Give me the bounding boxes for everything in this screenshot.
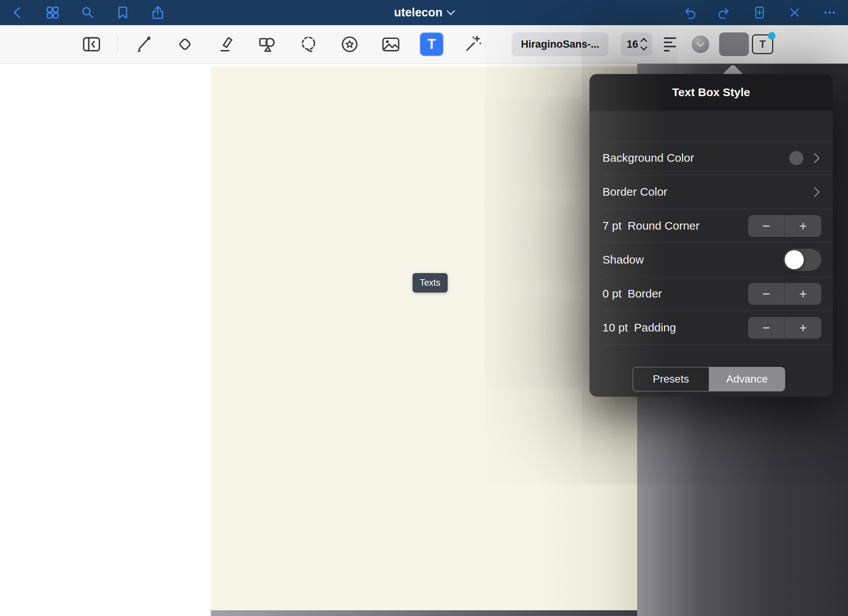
share-button[interactable]: [150, 5, 165, 20]
style-active-badge: [768, 32, 776, 40]
undo-icon: [682, 5, 697, 20]
add-page-button[interactable]: [752, 5, 767, 20]
pen-icon: [133, 33, 155, 55]
border-increase-button[interactable]: +: [785, 283, 822, 305]
text-alignment-button[interactable]: [660, 32, 683, 56]
padding-stepper: − +: [748, 317, 821, 339]
background-color-label: Background Color: [602, 151, 694, 164]
shadow-toggle[interactable]: [783, 249, 821, 271]
padding-label: Padding: [634, 321, 676, 334]
plus-icon: +: [799, 219, 807, 232]
back-button[interactable]: [10, 5, 25, 20]
round-corner-label: Round Corner: [628, 219, 699, 232]
background-color-row[interactable]: Background Color: [602, 141, 833, 175]
round-corner-decrease-button[interactable]: −: [748, 215, 785, 237]
text-style-anchor-button[interactable]: [719, 32, 749, 56]
chevron-down-icon: [446, 6, 455, 15]
border-width-value: 0 pt: [602, 287, 622, 300]
bookmark-icon: [115, 5, 130, 20]
font-name-button[interactable]: HiraginoSans-...: [512, 32, 609, 56]
photo-icon: [380, 33, 402, 55]
round-corner-increase-button[interactable]: +: [785, 215, 822, 237]
more-button[interactable]: [822, 5, 837, 20]
style-mode-segmented-control: Presets Advance: [633, 367, 785, 391]
round-corner-value: 7 pt: [602, 219, 622, 232]
top-nav-bar: utelecon: [0, 0, 848, 25]
back-chevron-icon: [10, 5, 25, 20]
close-button[interactable]: [787, 5, 802, 20]
lasso-tool-button[interactable]: [296, 32, 321, 56]
tool-group: T: [79, 25, 485, 63]
background-color-swatch: [789, 151, 803, 165]
padding-value: 10 pt: [602, 321, 628, 334]
highlighter-tool-button[interactable]: [214, 32, 238, 56]
text-box-object[interactable]: Texts: [413, 273, 448, 293]
toggle-knob: [785, 250, 804, 269]
text-tool-glyph: T: [427, 36, 436, 52]
laser-pointer-icon: [461, 33, 483, 55]
align-lines-icon: [664, 37, 676, 39]
ellipsis-icon: [822, 5, 837, 20]
toolbar-divider: [117, 35, 118, 53]
search-button[interactable]: [80, 5, 95, 20]
nav-left-group: [0, 5, 165, 20]
plus-icon: +: [799, 287, 807, 300]
minus-icon: −: [763, 287, 770, 300]
chevron-right-icon: [809, 187, 820, 197]
advance-segment[interactable]: Advance: [709, 367, 785, 391]
eraser-tool-button[interactable]: [173, 32, 197, 56]
sticker-star-icon: [339, 33, 361, 55]
photo-tool-button[interactable]: [379, 32, 403, 56]
padding-decrease-button[interactable]: −: [748, 317, 785, 339]
popover-footer: Presets Advance: [633, 367, 785, 391]
border-width-row: 0 pt Border − +: [602, 277, 833, 310]
nav-right-group: [682, 5, 848, 20]
redo-button[interactable]: [717, 5, 732, 20]
add-page-icon: [752, 5, 767, 20]
padding-increase-button[interactable]: +: [785, 317, 822, 339]
lasso-icon: [297, 33, 320, 55]
close-icon: [787, 5, 802, 20]
page-view-button[interactable]: [79, 32, 104, 56]
border-color-row[interactable]: Border Color: [602, 175, 833, 209]
pen-tool-button[interactable]: [132, 32, 156, 56]
search-icon: [80, 5, 95, 20]
notebook-page[interactable]: Texts: [211, 66, 637, 610]
font-size-stepper[interactable]: 16: [621, 32, 652, 56]
font-size-value: 16: [626, 39, 638, 50]
text-box-style-popover: Text Box Style Background Color Border C…: [589, 74, 833, 397]
stickers-tool-button[interactable]: [337, 32, 362, 56]
round-corner-stepper: − +: [748, 215, 821, 237]
document-title-menu[interactable]: utelecon: [394, 0, 454, 25]
font-name-label: HiraginoSans-...: [521, 39, 599, 50]
padding-row: 10 pt Padding − +: [602, 310, 833, 345]
border-width-stepper: − +: [748, 283, 821, 305]
page-bottom-shadow: [211, 610, 637, 616]
shapes-tool-button[interactable]: [255, 32, 279, 56]
text-box-icon: T: [752, 34, 773, 54]
border-color-label: Border Color: [602, 185, 667, 198]
highlighter-icon: [215, 33, 237, 55]
thumbnails-button[interactable]: [45, 5, 60, 20]
text-color-button[interactable]: [692, 35, 709, 53]
popover-title: Text Box Style: [589, 74, 833, 111]
text-box-style-button[interactable]: T: [750, 32, 776, 56]
round-corner-row: 7 pt Round Corner − +: [602, 209, 833, 243]
format-toolbar: T HiraginoSans-... 16 T: [0, 25, 848, 64]
presets-segment[interactable]: Presets: [633, 367, 709, 391]
shadow-label: Shadow: [602, 253, 644, 266]
laser-tool-button[interactable]: [460, 32, 485, 56]
bookmark-button[interactable]: [115, 5, 130, 20]
minus-icon: −: [763, 321, 770, 334]
plus-icon: +: [799, 321, 807, 334]
shapes-icon: [256, 33, 278, 55]
eraser-icon: [174, 33, 196, 55]
undo-button[interactable]: [682, 5, 697, 20]
grid-icon: [45, 5, 60, 20]
border-decrease-button[interactable]: −: [748, 283, 785, 305]
text-tool-button-selected[interactable]: T: [420, 32, 443, 56]
redo-icon: [717, 5, 732, 20]
chevron-down-icon: [697, 39, 704, 47]
share-icon: [150, 5, 165, 20]
chevron-right-icon: [809, 153, 820, 163]
